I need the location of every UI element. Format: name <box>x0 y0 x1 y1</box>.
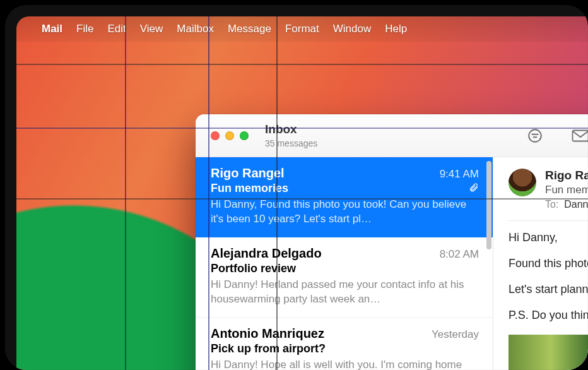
menu-window[interactable]: Window <box>333 23 371 35</box>
body-line: Found this photo y <box>509 257 588 270</box>
body-line: P.S. Do you think I <box>509 309 588 322</box>
reader-to: To: Danny <box>545 199 588 210</box>
svg-point-0 <box>529 129 541 142</box>
app-menu[interactable]: Mail <box>42 23 62 35</box>
sender-avatar[interactable] <box>509 169 536 196</box>
menu-mailbox[interactable]: Mailbox <box>177 23 214 35</box>
message-reader: Rigo Rang Fun memor To: Danny Hi Danny, … <box>493 157 588 370</box>
message-time: 8:02 AM <box>440 248 479 261</box>
message-item[interactable]: Antonio Manriquez Yesterday Pick up from… <box>196 318 493 370</box>
message-item[interactable]: Alejandra Delgado 8:02 AM Portfolio revi… <box>196 237 493 318</box>
message-preview: Hi Danny! Hope all is well with you. I'm… <box>211 358 479 370</box>
window-controls <box>211 131 249 140</box>
mail-window: Inbox 35 messages <box>196 114 588 370</box>
menu-file[interactable]: File <box>76 23 93 35</box>
close-button[interactable] <box>211 131 220 140</box>
menubar: Mail File Edit View Mailbox Message Form… <box>16 16 588 42</box>
divider <box>509 220 588 221</box>
message-list[interactable]: Rigo Rangel 9:41 AM Fun memories Hi Dann… <box>196 157 493 370</box>
svg-rect-1 <box>573 130 589 141</box>
message-preview: Hi Danny! Herland passed me your contact… <box>211 278 479 307</box>
menu-view[interactable]: View <box>140 23 163 35</box>
menu-format[interactable]: Format <box>285 23 319 35</box>
body-line: Hi Danny, <box>509 231 588 244</box>
message-time: 9:41 AM <box>440 168 479 181</box>
message-sender: Antonio Manriquez <box>211 326 324 341</box>
attachment-icon <box>469 182 479 195</box>
body-line: Let's start planning <box>509 283 588 296</box>
message-subject: Portfolio review <box>211 262 296 275</box>
message-sender: Alejandra Delgado <box>211 246 322 261</box>
reader-subject: Fun memor <box>545 184 588 196</box>
mailbox-title: Inbox <box>265 122 526 137</box>
message-subject: Fun memories <box>211 182 288 195</box>
message-time: Yesterday <box>432 328 479 341</box>
window-titlebar[interactable]: Inbox 35 messages <box>196 114 588 157</box>
message-preview: Hi Danny, Found this photo you took! Can… <box>211 198 479 227</box>
menu-help[interactable]: Help <box>385 23 407 35</box>
menu-edit[interactable]: Edit <box>107 23 126 35</box>
reader-from: Rigo Rang <box>545 169 588 182</box>
message-subject: Pick up from airport? <box>211 342 326 355</box>
filter-icon[interactable] <box>526 128 544 143</box>
compose-icon[interactable] <box>572 128 588 143</box>
attachment-photo[interactable] <box>509 335 588 370</box>
zoom-button[interactable] <box>240 131 249 140</box>
menu-message[interactable]: Message <box>228 23 271 35</box>
message-count: 35 messages <box>265 138 526 149</box>
minimize-button[interactable] <box>225 131 234 140</box>
scrollbar-thumb[interactable] <box>486 161 491 249</box>
message-sender: Rigo Rangel <box>211 166 285 181</box>
message-item[interactable]: Rigo Rangel 9:41 AM Fun memories Hi Dann… <box>196 157 493 237</box>
